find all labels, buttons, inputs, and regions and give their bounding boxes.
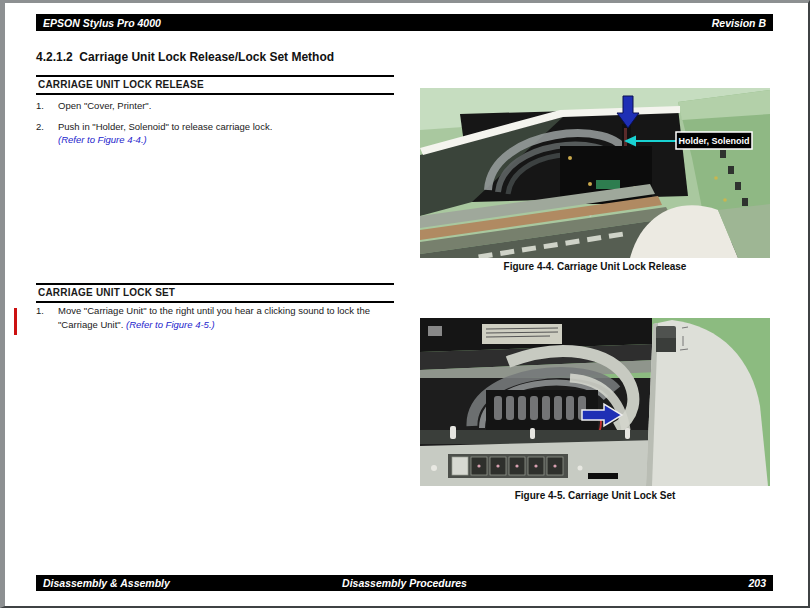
heading-lock-set: CARRIAGE UNIT LOCK SET [36, 283, 394, 303]
holder-solenoid-callout: Holder, Solenoid [676, 132, 752, 149]
revision-change-bar [14, 308, 17, 335]
lock-set-steps: 1. Move "Carriage Unit" to the right unt… [36, 304, 392, 338]
step-1: 1. Move "Carriage Unit" to the right unt… [36, 304, 392, 331]
figure-4-4-caption: Figure 4-4. Carriage Unit Lock Release [420, 261, 770, 272]
step-text: Open "Cover, Printer". [58, 99, 392, 113]
figure-4-4-illustration: ✂ [420, 88, 770, 258]
heading-lock-release: CARRIAGE UNIT LOCK RELEASE [36, 75, 394, 95]
step-text: Push in "Holder, Solenoid" to release ca… [58, 120, 392, 147]
page-header-bar: EPSON Stylus Pro 4000 Revision B [36, 14, 773, 31]
figure-4-5-photo [420, 318, 770, 486]
footer-section: Disassembly Procedures [36, 577, 773, 589]
step-2: 2. Push in "Holder, Solenoid" to release… [36, 120, 392, 147]
page-footer-bar: Disassembly & Assembly Disassembly Proce… [36, 575, 773, 591]
callout-label-text: Holder, Solenoid [678, 136, 749, 146]
step-number: 1. [36, 99, 58, 113]
header-revision: Revision B [712, 17, 766, 29]
manual-page: EPSON Stylus Pro 4000 Revision B 4.2.1.2… [0, 0, 810, 608]
header-product-name: EPSON Stylus Pro 4000 [43, 17, 161, 29]
step-number: 1. [36, 304, 58, 331]
step-1: 1. Open "Cover, Printer". [36, 99, 392, 113]
panel-slot [588, 473, 618, 479]
front-panel [420, 440, 658, 486]
figure-4-5-reference-link[interactable]: (Refer to Figure 4-5.) [126, 319, 215, 330]
holder-solenoid-part [622, 124, 631, 150]
figure-4-5-illustration [420, 318, 770, 486]
figure-4-4-photo: ✂ [420, 88, 770, 258]
step-text: Move "Carriage Unit" to the right until … [58, 304, 392, 331]
section-title: 4.2.1.2 Carriage Unit Lock Release/Lock … [36, 50, 334, 64]
step-number: 2. [36, 120, 58, 147]
lock-release-steps: 1. Open "Cover, Printer". 2. Push in "Ho… [36, 99, 392, 154]
figure-4-4-reference-link[interactable]: (Refer to Figure 4-4.) [58, 133, 392, 147]
figure-4-5-caption: Figure 4-5. Carriage Unit Lock Set [420, 490, 770, 501]
